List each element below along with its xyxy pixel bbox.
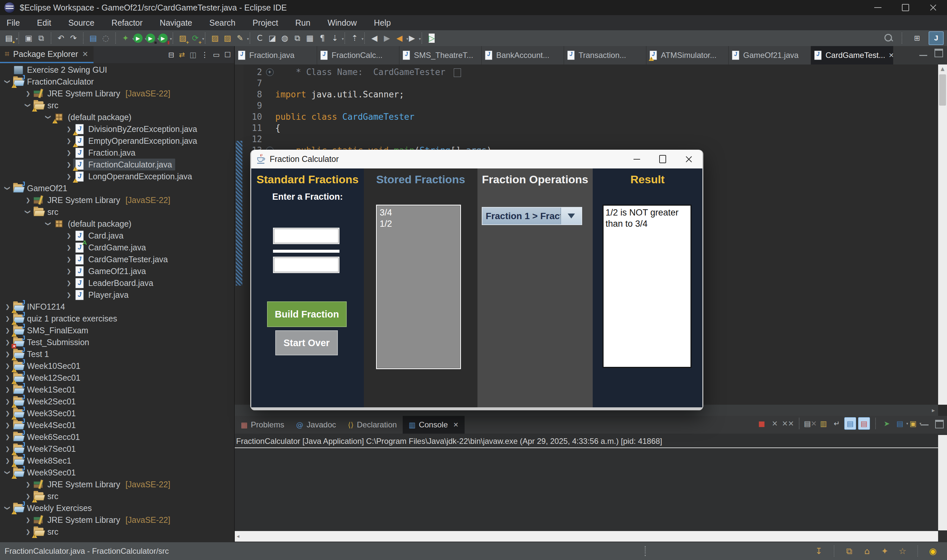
import-folder-icon[interactable]: ▨: [222, 32, 233, 45]
tree-item[interactable]: ❯JFractionCalculator: [0, 76, 234, 88]
minimize-view-icon[interactable]: ▭: [213, 51, 220, 59]
expand-chevron-icon[interactable]: ❯: [45, 113, 52, 122]
tree-item[interactable]: ❯FractionCalculator.java: [0, 158, 234, 171]
expand-chevron-icon[interactable]: ❯: [3, 410, 12, 417]
tree-item-label-wrap[interactable]: JINFO1214: [12, 301, 68, 312]
copy-doc-icon[interactable]: ⧉: [292, 32, 303, 45]
save-icon[interactable]: ▣: [23, 32, 35, 45]
menu-item-window[interactable]: Window: [328, 18, 357, 28]
expand-chevron-icon[interactable]: ❯: [65, 137, 73, 144]
menu-item-source[interactable]: Source: [68, 18, 94, 28]
expand-chevron-icon[interactable]: ❯: [24, 481, 32, 488]
fold-toggle-icon[interactable]: +: [264, 68, 275, 76]
maximize-editor-icon[interactable]: [935, 49, 943, 57]
chevron-down-icon[interactable]: ▾: [16, 37, 18, 41]
status-drag-handle[interactable]: [645, 546, 646, 556]
expand-chevron-icon[interactable]: ❯: [3, 386, 12, 393]
tree-item[interactable]: Exercise 2 Swing GUI: [0, 64, 234, 76]
run-icon[interactable]: ▶▾: [132, 32, 144, 45]
tree-item[interactable]: ❯JTest 1: [0, 348, 234, 360]
table-view-icon[interactable]: ▦: [304, 32, 316, 45]
java-perspective-icon[interactable]: J: [928, 31, 944, 45]
console-horizontal-scrollbar[interactable]: ◂: [235, 531, 938, 542]
tree-item[interactable]: ❯LeaderBoard.java: [0, 277, 234, 289]
refresh-icon[interactable]: ⟳+▾: [189, 32, 201, 45]
new-java-project-icon[interactable]: ▨+: [177, 32, 189, 45]
expand-chevron-icon[interactable]: ❯: [3, 398, 12, 405]
expand-chevron-icon[interactable]: ❯: [3, 434, 12, 440]
expand-chevron-icon[interactable]: ❯: [3, 315, 12, 322]
view-menu-icon[interactable]: ⋮: [201, 51, 208, 59]
editor-tab[interactable]: CardGameTest...✕: [811, 46, 893, 65]
expand-chevron-icon[interactable]: ❯: [4, 468, 11, 477]
tree-item[interactable]: ❯DivisionByZeroException.java: [0, 123, 234, 135]
expand-chevron-icon[interactable]: ❯: [65, 126, 73, 132]
display-selected-console-icon[interactable]: ▤▾: [894, 417, 905, 429]
editor-vertical-scrollbar[interactable]: ▲: [938, 65, 947, 405]
tree-item-label-wrap[interactable]: src: [32, 526, 62, 538]
tree-item[interactable]: ❯src: [0, 526, 234, 538]
chevron-down-icon[interactable]: ▾: [362, 37, 364, 41]
link-with-editor-icon[interactable]: ⇄: [179, 51, 185, 59]
open-file-icon[interactable]: ▷: [426, 32, 438, 45]
sort-icon[interactable]: ⇣▾: [329, 32, 341, 45]
debug-icon[interactable]: ▶▪▾: [145, 32, 156, 45]
expand-chevron-icon[interactable]: ❯: [24, 493, 32, 500]
next-annotation-icon[interactable]: ◪: [266, 32, 278, 45]
terminate-icon[interactable]: ■: [756, 417, 767, 429]
menu-item-project[interactable]: Project: [253, 18, 278, 28]
tree-item[interactable]: ❯JWeek10Sec01: [0, 360, 234, 372]
show-stdout-icon[interactable]: ▤: [844, 417, 856, 430]
pin-editor-icon[interactable]: ⇡▾: [349, 32, 361, 45]
scrollbar-thumb[interactable]: [939, 74, 946, 106]
tree-item-label-wrap[interactable]: Player.java: [73, 289, 132, 301]
expand-chevron-icon[interactable]: ❯: [3, 457, 12, 464]
editor-tab[interactable]: Transaction...: [564, 46, 646, 65]
denominator-input[interactable]: [273, 257, 339, 273]
expand-chevron-icon[interactable]: ❯: [65, 268, 73, 274]
maximize-console-icon[interactable]: [935, 420, 944, 428]
tree-item[interactable]: ❯CardGameTester.java: [0, 253, 234, 265]
tree-item[interactable]: ❯JWeek7Sec01: [0, 443, 234, 455]
expand-chevron-icon[interactable]: ❯: [65, 173, 73, 180]
menu-item-file[interactable]: File: [6, 18, 20, 28]
tree-item[interactable]: ❯JGameOf21: [0, 182, 234, 194]
dialog-close-button[interactable]: [685, 155, 693, 163]
tree-item-label-wrap[interactable]: FractionCalculator.java: [73, 158, 175, 171]
editor-tab[interactable]: GameOf21.java: [729, 46, 811, 65]
filters-icon[interactable]: ◫: [190, 51, 197, 59]
close-icon[interactable]: ✕: [453, 421, 459, 429]
expand-chevron-icon[interactable]: ❯: [3, 374, 12, 381]
expand-chevron-icon[interactable]: ❯: [24, 90, 32, 97]
tree-item-label-wrap[interactable]: JRE System Library[JavaSE-22]: [32, 514, 174, 526]
scroll-right-icon[interactable]: ▸: [932, 407, 935, 414]
achievements-icon[interactable]: ☆: [897, 545, 908, 557]
dialog-maximize-button[interactable]: [659, 155, 666, 163]
chevron-down-icon[interactable]: ▾: [202, 37, 204, 41]
tree-item[interactable]: ❯JWeek4Sec01: [0, 419, 234, 431]
expand-chevron-icon[interactable]: ❯: [25, 208, 31, 216]
tree-item[interactable]: ❯src: [0, 490, 234, 502]
expand-chevron-icon[interactable]: ❯: [65, 256, 73, 263]
map-icon[interactable]: ⧉: [843, 545, 855, 557]
expand-chevron-icon[interactable]: ❯: [65, 161, 73, 168]
tree-item[interactable]: ❯JWeek3Sec01: [0, 407, 234, 419]
open-console-icon[interactable]: ▣▾: [907, 417, 919, 429]
console-vertical-scrollbar[interactable]: [938, 435, 947, 531]
save-all-icon[interactable]: ⧉: [35, 32, 47, 45]
learn-icon[interactable]: ⌂: [861, 545, 873, 557]
clear-console-icon[interactable]: ▤✕: [805, 417, 816, 429]
menu-item-help[interactable]: Help: [374, 18, 391, 28]
restore-state-icon[interactable]: ↧: [813, 545, 825, 557]
tree-item-label-wrap[interactable]: (default package): [53, 111, 135, 123]
chevron-down-icon[interactable]: ▾: [419, 37, 421, 41]
stored-fractions-list[interactable]: 3/41/2: [376, 205, 461, 369]
tree-item-label-wrap[interactable]: Exercise 2 Swing GUI: [12, 64, 110, 76]
minimize-console-icon[interactable]: [921, 425, 928, 425]
coverage-icon[interactable]: ▶▮▾: [157, 32, 169, 45]
expand-chevron-icon[interactable]: ❯: [45, 220, 52, 228]
dialog-minimize-button[interactable]: [634, 159, 640, 160]
open-task-icon[interactable]: ▤: [87, 32, 99, 45]
console-tab-problems[interactable]: ▦Problems: [235, 416, 290, 434]
tree-item-label-wrap[interactable]: src: [32, 99, 62, 111]
